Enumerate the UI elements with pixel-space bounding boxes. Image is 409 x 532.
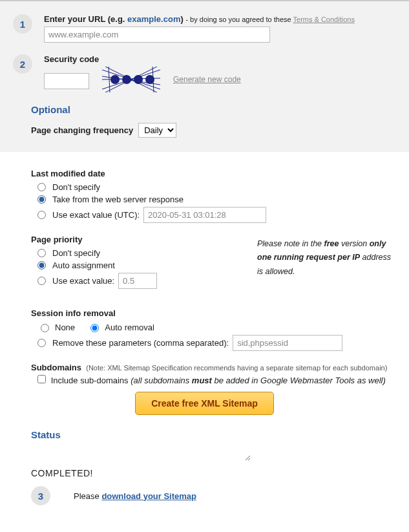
- security-code-input[interactable]: [44, 73, 89, 89]
- priority-radio-auto[interactable]: [37, 261, 46, 270]
- download-sitemap-link[interactable]: download your Sitemap: [101, 491, 196, 501]
- create-sitemap-button[interactable]: Create free XML Sitemap: [135, 392, 274, 415]
- session-radio-params[interactable]: [37, 339, 46, 347]
- lastmod-date-input[interactable]: [143, 207, 266, 223]
- lastmod-radio-exact[interactable]: [37, 211, 46, 219]
- optional-heading: Optional: [31, 104, 396, 115]
- generate-code-link[interactable]: Generate new code: [173, 75, 241, 84]
- step-1: 1 Enter your URL (e.g. example.com) - by…: [13, 14, 396, 43]
- session-radio-auto[interactable]: [90, 324, 99, 332]
- priority-opt3: Use exact value:: [52, 276, 114, 286]
- status-completed: COMPLETED!: [31, 468, 396, 478]
- include-subdomains-label: Include sub-domains: [51, 376, 131, 385]
- step-1-badge: 1: [13, 14, 32, 34]
- priority-radio-none[interactable]: [37, 249, 46, 257]
- priority-radio-exact[interactable]: [37, 277, 46, 285]
- step3-prefix: Please: [74, 491, 101, 501]
- last-modified-group: Last modified date Don't specify Take fr…: [31, 169, 396, 223]
- example-link[interactable]: example.com: [127, 14, 180, 24]
- captcha-image: [102, 67, 160, 92]
- subdomains-note: (Note: XML Sitemap Specification recomme…: [86, 364, 387, 372]
- status-heading: Status: [31, 429, 396, 440]
- step-1-label: Enter your URL (e.g. example.com) - by d…: [44, 14, 396, 24]
- free-version-note: Please note in the free version only one…: [257, 237, 396, 279]
- lastmod-opt2: Take from the web server response: [52, 195, 184, 204]
- frequency-select[interactable]: Daily: [138, 123, 176, 138]
- frequency-label: Page changing frequency: [31, 125, 133, 135]
- session-opt3: Remove these parameters (comma separated…: [52, 338, 229, 348]
- priority-opt1: Don't specify: [52, 248, 100, 258]
- session-group: Session info removal None Auto removal R…: [31, 308, 396, 351]
- subdomains-title: Subdomains: [31, 363, 81, 372]
- session-opt2: Auto removal: [105, 323, 154, 332]
- url-input[interactable]: [44, 27, 270, 43]
- last-modified-title: Last modified date: [31, 169, 396, 178]
- include-subdomains-checkbox[interactable]: [37, 375, 46, 383]
- security-label: Security code: [44, 54, 396, 64]
- step-3: 3 Please download your Sitemap: [31, 486, 396, 505]
- svg-point-10: [134, 75, 143, 84]
- terms-link[interactable]: Terms & Conditions: [293, 16, 355, 23]
- lastmod-opt3: Use exact value (UTC):: [52, 210, 140, 220]
- step-3-badge: 3: [31, 486, 50, 505]
- subdomains-group: Subdomains (Note: XML Sitemap Specificat…: [31, 363, 396, 385]
- lastmod-opt1: Don't specify: [52, 182, 100, 192]
- lastmod-radio-server[interactable]: [37, 195, 46, 204]
- svg-point-11: [145, 75, 154, 84]
- session-title: Session info removal: [31, 308, 396, 318]
- session-radio-none[interactable]: [41, 324, 49, 332]
- step-2: 2 Security code: [13, 54, 396, 92]
- priority-opt2: Auto assignment: [52, 261, 115, 270]
- session-params-input[interactable]: [233, 335, 342, 351]
- step-2-badge: 2: [13, 54, 32, 74]
- session-opt1: None: [55, 323, 75, 332]
- priority-value-input[interactable]: [118, 273, 157, 289]
- svg-point-8: [110, 75, 120, 84]
- frequency-row: Page changing frequency Daily: [31, 123, 396, 138]
- lastmod-radio-none[interactable]: [37, 183, 46, 191]
- svg-point-9: [122, 75, 131, 84]
- status-textarea[interactable]: [31, 447, 251, 461]
